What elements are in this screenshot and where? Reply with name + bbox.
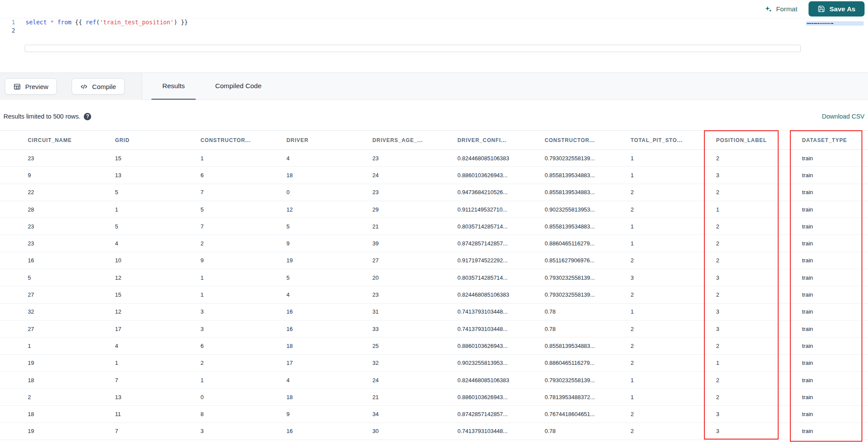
table-cell: 15 (115, 155, 201, 162)
table-cell: 2 (716, 155, 802, 162)
table-cell: 27 (28, 326, 115, 332)
table-cell: 2 (631, 428, 716, 434)
active-line-cursor-box[interactable] (25, 45, 801, 52)
table-cell: 0.9112149532710... (457, 206, 545, 213)
table-cell: 2 (716, 257, 802, 264)
table-cell: 1 (115, 360, 201, 366)
table-cell: 30 (372, 428, 457, 434)
table-cell: 13 (115, 172, 201, 179)
table-cell: train (802, 326, 867, 332)
table-cell: 25 (372, 343, 457, 349)
table-cell: 2 (716, 291, 802, 298)
table-cell: 3 (631, 274, 716, 281)
table-cell: 1 (201, 155, 286, 162)
tab-compiled-code-label: Compiled Code (215, 82, 262, 90)
table-cell: 0.8860103626943... (457, 394, 545, 400)
table-cell: 0.7930232558139... (545, 377, 631, 383)
table-cell: 1 (631, 377, 716, 383)
save-as-button[interactable]: Save As (809, 1, 865, 17)
jinja-ref-function: ref (85, 19, 96, 26)
question-mark-icon[interactable]: ? (84, 113, 91, 120)
table-cell: 0.8860103626943... (457, 172, 545, 179)
table-cell: train (802, 257, 867, 264)
table-cell: 7 (201, 223, 286, 230)
column-header-drivers-age: DRIVERS_AGE_... (372, 137, 457, 143)
column-header-dataset-type: DATASET_TYPE (802, 137, 867, 143)
table-cell: 16 (286, 326, 372, 332)
table-cell: 0 (286, 189, 372, 195)
table-cell: 10 (115, 257, 201, 264)
tab-results[interactable]: Results (151, 73, 196, 100)
table-cell: train (802, 360, 867, 366)
compile-button[interactable]: Compile (72, 78, 125, 95)
table-cell: 2 (716, 189, 802, 195)
compile-label: Compile (92, 83, 116, 90)
table-cell: 32 (28, 308, 115, 315)
preview-button[interactable]: Preview (5, 78, 57, 95)
sql-operator: * (50, 19, 57, 26)
table-cell: 1 (201, 377, 286, 383)
table-cell: 3 (716, 428, 802, 434)
table-cell: 0 (201, 394, 286, 400)
code-area[interactable]: select * from {{ ref('train_test_positio… (19, 18, 803, 26)
table-cell: train (802, 308, 867, 315)
download-csv-link[interactable]: Download CSV (822, 113, 865, 120)
table-row: 2 13 0 18 21 0.8860103626943... 0.781395… (0, 389, 868, 406)
table-cell: 19 (28, 428, 115, 434)
table-cell: 23 (372, 189, 457, 195)
editor-topbar: Format Save As (0, 0, 868, 18)
table-cell: 0.7930232558139... (545, 155, 631, 162)
table-cell: 9 (286, 411, 372, 417)
table-cell: 0.8035714285714... (457, 223, 545, 230)
table-cell: train (802, 274, 867, 281)
table-cell: 17 (115, 326, 201, 332)
dbt-ide-window: Format Save As 1 2 select * from {{ ref(… (0, 0, 868, 443)
table-cell: 0.8558139534883... (545, 189, 631, 195)
code-line-1[interactable]: select * from {{ ref('train_test_positio… (19, 18, 803, 26)
table-cell: 3 (716, 326, 802, 332)
tab-compiled-code[interactable]: Compiled Code (204, 73, 273, 100)
table-cell: 11 (115, 411, 201, 417)
format-label: Format (776, 5, 797, 13)
table-cell: 32 (372, 360, 457, 366)
table-body: 23 15 1 4 23 0.824468085106383 0.7930232… (0, 150, 868, 440)
table-cell: 17 (286, 360, 372, 366)
line-number-1: 1 (0, 18, 15, 26)
table-cell: 0.7930232558139... (545, 291, 631, 298)
table-cell: 1 (115, 206, 201, 213)
table-cell: 19 (286, 257, 372, 264)
table-cell: 5 (115, 189, 201, 195)
minimap-code-line (807, 23, 833, 24)
table-cell: train (802, 291, 867, 298)
table-cell: 12 (115, 274, 201, 281)
table-cell: 0.824468085106383 (457, 291, 545, 298)
column-header-position-label: POSITION_LABEL (716, 137, 802, 143)
table-cell: train (802, 377, 867, 383)
table-cell: 2 (716, 343, 802, 349)
preview-label: Preview (25, 83, 48, 90)
table-cell: 34 (372, 411, 457, 417)
table-cell: 0.824468085106383 (457, 155, 545, 162)
table-cell: 12 (115, 308, 201, 315)
table-row: 28 1 5 12 29 0.9112149532710... 0.902325… (0, 201, 868, 218)
table-cell: 24 (372, 377, 457, 383)
table-cell: 16 (286, 308, 372, 315)
table-cell: 0.8860465116279... (545, 360, 631, 366)
table-cell: 1 (716, 206, 802, 213)
table-cell: 6 (201, 172, 286, 179)
table-cell: 2 (631, 360, 716, 366)
results-header: Results limited to 500 rows. ? Download … (0, 100, 868, 130)
table-cell: train (802, 343, 867, 349)
table-row: 18 7 1 4 24 0.824468085106383 0.79302325… (0, 372, 868, 389)
table-cell: 1 (631, 172, 716, 179)
table-cell: 4 (115, 343, 201, 349)
sql-code-editor[interactable]: 1 2 select * from {{ ref('train_test_pos… (0, 18, 868, 73)
editor-minimap[interactable] (806, 20, 864, 30)
table-cell: 0.8558139534883... (545, 223, 631, 230)
table-cell: 24 (372, 172, 457, 179)
line-number-gutter: 1 2 (0, 18, 19, 73)
format-button[interactable]: Format (764, 5, 797, 13)
table-cell: 3 (716, 274, 802, 281)
table-cell: 2 (28, 394, 115, 400)
table-cell: 9 (286, 240, 372, 247)
